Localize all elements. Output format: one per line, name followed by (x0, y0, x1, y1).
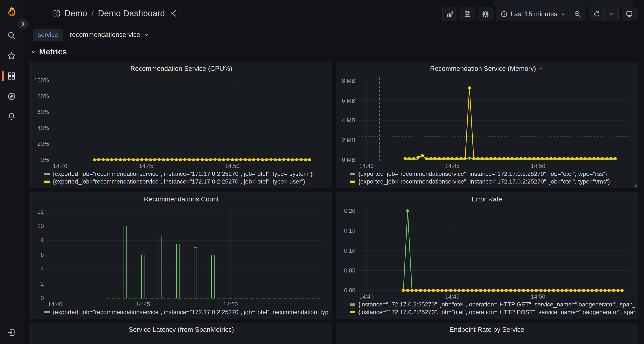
legend-swatch (44, 180, 50, 183)
variable-label: service (33, 29, 63, 41)
count-legend: {exported_job="recommendationservice", i… (34, 308, 329, 317)
chevron-down-icon (539, 66, 544, 71)
sidebar-expand-button[interactable] (18, 19, 28, 29)
save-dashboard-button[interactable] (460, 7, 475, 21)
legend-label: {exported_job="recommendationservice", i… (53, 171, 312, 177)
panel-cpu-header[interactable]: Recommendation Service (CPU%) (34, 63, 329, 74)
time-range-label: Last 15 minutes (510, 10, 557, 18)
add-panel-icon (446, 10, 454, 18)
svg-text:14:40: 14:40 (48, 301, 62, 308)
panel-count-header[interactable]: Recommendations Count (34, 194, 329, 205)
sidebar-item-dashboards[interactable] (0, 68, 23, 84)
svg-text:0 MB: 0 MB (342, 157, 355, 163)
legend-label: {instance="172.17.0.2:25270", job="otel"… (358, 301, 634, 308)
time-range-picker[interactable]: Last 15 minutes (496, 7, 570, 21)
dashboard-content: Demo / Demo Dashboard (23, 0, 644, 344)
svg-text:60%: 60% (38, 109, 49, 115)
svg-text:20%: 20% (38, 141, 49, 147)
dashboard-toolbar: Last 15 minutes (442, 7, 636, 21)
active-indicator (2, 71, 4, 81)
variable-selected-value: recommendationservice (70, 31, 140, 39)
legend-item[interactable]: {exported_job="recommendationservice", i… (44, 170, 329, 178)
variable-value-dropdown[interactable]: recommendationservice (65, 29, 154, 41)
legend-swatch (350, 173, 355, 175)
cpu-chart[interactable]: 0%20%40%60%80%100%14:4014:4514:50 (34, 74, 329, 170)
svg-text:14:45: 14:45 (445, 293, 460, 300)
svg-text:0%: 0% (40, 157, 49, 163)
legend-item[interactable]: {instance="172.17.0.2:25270", job="otel"… (350, 301, 634, 308)
panel-latency-header[interactable]: Service Latency (from SpanMetrics) (34, 324, 329, 335)
grafana-logo[interactable] (0, 4, 23, 20)
cpu-legend: {exported_job="recommendationservice", i… (34, 170, 329, 186)
legend-label: {exported_job="recommendationservice", i… (358, 178, 610, 185)
svg-text:0.15: 0.15 (344, 227, 355, 234)
panel-title: Endpoint Rate by Service (450, 326, 524, 334)
chevron-down-icon (608, 11, 614, 17)
chevron-right-icon (20, 21, 26, 27)
sidebar-item-sign-in[interactable] (0, 325, 23, 340)
panel-recommendations-count: Recommendations Count 02468101214:4014:4… (30, 192, 332, 319)
svg-text:12: 12 (38, 208, 44, 215)
panel-title: Error Rate (472, 195, 502, 203)
dashboard-settings-button[interactable] (478, 7, 493, 21)
svg-text:100%: 100% (34, 77, 49, 83)
svg-text:14:45: 14:45 (445, 163, 460, 169)
svg-text:14:50: 14:50 (531, 163, 546, 169)
legend-swatch (44, 173, 50, 175)
breadcrumb: Demo / Demo Dashboard (53, 8, 177, 18)
breadcrumb-section[interactable]: Demo (64, 8, 87, 18)
error-rate-chart[interactable]: 0.000.050.100.150.2014:4014:4514:50 (339, 205, 634, 300)
share-icon[interactable] (170, 10, 177, 17)
refresh-button[interactable] (589, 7, 604, 21)
legend-item[interactable]: {exported_job="recommendationservice", i… (44, 178, 329, 185)
zoom-out-time-button[interactable] (570, 7, 585, 21)
legend-swatch (44, 311, 50, 313)
legend-item[interactable]: {exported_job="recommendationservice", i… (44, 308, 329, 316)
svg-text:4: 4 (40, 266, 44, 273)
svg-text:4 MB: 4 MB (342, 117, 355, 124)
refresh-icon (593, 10, 601, 18)
gear-icon (482, 10, 489, 18)
legend-label: {exported_job="recommendationservice", i… (53, 178, 305, 185)
panel-error-header[interactable]: Error Rate (339, 194, 634, 205)
svg-text:0: 0 (40, 295, 44, 301)
top-navigation: Demo / Demo Dashboard (46, 0, 644, 27)
kiosk-mode-button[interactable] (622, 7, 636, 21)
svg-text:14:50: 14:50 (225, 163, 240, 169)
panel-memory: Recommendation Service (Memory) 0 MB2 MB… (336, 62, 638, 188)
panel-endpoint-header[interactable]: Endpoint Rate by Service (339, 324, 634, 335)
sidebar-item-search[interactable] (0, 28, 23, 43)
dashboards-grid-icon (7, 71, 16, 80)
panel-endpoint-rate: Endpoint Rate by Service (336, 323, 638, 344)
svg-text:14:40: 14:40 (359, 293, 374, 300)
add-panel-button[interactable] (442, 7, 457, 21)
legend-item[interactable]: {exported_job="recommendationservice", i… (350, 170, 634, 178)
memory-chart[interactable]: 0 MB2 MB4 MB6 MB8 MB14:4014:4514:50 (339, 74, 634, 170)
svg-text:10: 10 (38, 223, 44, 229)
panel-title: Recommendation Service (CPU%) (130, 65, 232, 73)
row-toggle-metrics[interactable]: Metrics (30, 47, 67, 56)
panel-title: Recommendations Count (144, 195, 219, 203)
sidebar-item-explore[interactable] (0, 89, 23, 104)
breadcrumb-separator: / (91, 9, 94, 18)
panel-memory-header[interactable]: Recommendation Service (Memory) (339, 63, 634, 74)
legend-swatch (350, 180, 355, 183)
svg-text:8 MB: 8 MB (342, 78, 355, 84)
legend-item[interactable]: {instance="172.17.0.2:25270", job="otel"… (350, 308, 634, 316)
sidebar-item-starred[interactable] (0, 48, 23, 64)
panel-resize-handle[interactable] (633, 184, 637, 187)
svg-text:14:45: 14:45 (136, 301, 150, 308)
panel-service-latency: Service Latency (from SpanMetrics) (30, 323, 332, 344)
sidebar (0, 0, 23, 344)
sidebar-item-alerting[interactable] (0, 109, 23, 124)
svg-text:0.00: 0.00 (344, 287, 355, 294)
legend-item[interactable]: {exported_job="recommendationservice", i… (350, 178, 634, 185)
apps-grid-icon (53, 9, 60, 17)
refresh-group (589, 7, 618, 21)
recommendations-count-chart[interactable]: 02468101214:4014:4514:50 (34, 205, 329, 308)
svg-text:14:40: 14:40 (359, 163, 374, 169)
star-icon (7, 51, 16, 60)
refresh-interval-dropdown[interactable] (604, 7, 618, 21)
error-legend: {instance="172.17.0.2:25270", job="otel"… (339, 300, 634, 317)
svg-text:14:40: 14:40 (53, 163, 68, 169)
